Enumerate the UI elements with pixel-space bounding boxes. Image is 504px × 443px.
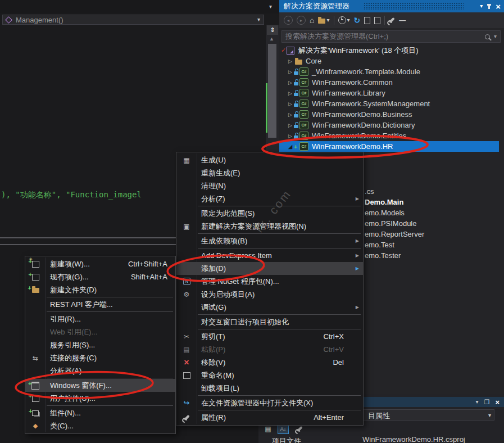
refresh-icon[interactable]: ↻ (354, 16, 361, 24)
collapse-all-icon[interactable]: — (399, 16, 406, 24)
menu-item-label: 生成依赖项(B) (197, 236, 247, 246)
submenu-arrow-icon: ▶ (356, 196, 359, 201)
tree-item-project[interactable]: ▷Core (279, 56, 499, 66)
context-menu-item[interactable]: ✂剪切(T)Ctrl+X (176, 330, 363, 343)
context-menu-item[interactable]: 调试(G)▶ (176, 301, 363, 314)
add-submenu-item[interactable]: 分析器(A) (25, 364, 175, 377)
expand-arrow-icon[interactable]: ▷ (287, 58, 294, 64)
float-window-icon[interactable]: ❐ (484, 399, 490, 405)
context-menu-item[interactable]: ▤粘贴(P)Ctrl+V (176, 343, 363, 356)
editor-navigation-bar[interactable]: Management() ▾ (2, 15, 264, 25)
search-icon[interactable] (485, 34, 490, 39)
expand-arrow-icon[interactable]: ▷ (287, 133, 294, 139)
chevron-down-icon[interactable]: ▾ (488, 413, 491, 418)
scrollbar-thumb[interactable] (268, 44, 276, 138)
context-menu-item[interactable]: ▣新建解决方案资源管理器视图(N) (176, 220, 363, 233)
expand-arrow-icon[interactable]: ▷ (287, 69, 294, 75)
menu-item-label: 设为启动项目(A) (197, 290, 255, 300)
context-menu-item[interactable]: ⚙设为启动项目(A) (176, 288, 363, 301)
tree-item-label: WinFrameworkDemo.Dictionary (312, 121, 415, 129)
property-pages-wrench-icon[interactable] (297, 426, 303, 432)
tree-item-clipped[interactable]: emo.Test (365, 239, 394, 250)
tree-item-clipped[interactable]: emo.ReportServer (365, 229, 424, 239)
tree-item-clipped[interactable]: .cs (365, 186, 374, 197)
expand-arrow-icon[interactable]: ▷ (287, 112, 294, 117)
context-menu-item[interactable]: 限定为此范围(S) (176, 207, 363, 220)
solution-explorer-toolbar: ◄ ► ⌂ ▾ ▾ ↻ — (279, 12, 504, 28)
add-submenu-item[interactable]: ⇆连接的服务(C) (25, 351, 175, 364)
context-menu-item[interactable]: 属性(R)Alt+Enter (176, 411, 363, 424)
add-submenu-item[interactable]: +新建文件夹(D) (25, 283, 175, 296)
tree-item-project[interactable]: ▷C#_Winframework.Template.Module (279, 66, 499, 77)
menu-separator (47, 378, 173, 378)
window-position-chevron-icon[interactable]: ▾ (480, 3, 483, 9)
close-icon[interactable]: × (495, 399, 500, 406)
tab-list-chevron-icon[interactable]: ▾ (269, 4, 272, 10)
tree-item-solution[interactable]: ✓解决方案'WinFramework' (18 个项目) (279, 45, 499, 56)
tree-item-project[interactable]: ▷C#WinFrameworkDemo.Business (279, 109, 499, 120)
nav-back-icon[interactable]: ◄ (284, 16, 293, 25)
expand-arrow-icon[interactable]: ▷ (287, 101, 294, 107)
context-menu-item[interactable]: 生成依赖项(B)▶ (176, 234, 363, 247)
chevron-down-icon[interactable]: ▾ (257, 17, 260, 22)
search-options-chevron-icon[interactable]: ▾ (494, 34, 497, 39)
copy-view-icon[interactable] (374, 17, 380, 24)
csharp-project-icon: C# (299, 89, 308, 97)
tree-item-clipped[interactable]: emo.PSIModule (365, 218, 417, 229)
csharp-project-icon: C# (299, 67, 308, 76)
context-menu-item[interactable]: ↪在文件资源管理器中打开文件夹(X) (176, 396, 363, 409)
add-submenu-item[interactable]: 引用(R)... (25, 313, 175, 326)
context-menu-item[interactable]: 重命名(M) (176, 369, 363, 382)
tree-item-clipped[interactable]: emo.Tester (365, 250, 401, 261)
submenu-arrow-icon: ▶ (356, 305, 359, 310)
context-menu-item[interactable]: 卸载项目(L) (176, 382, 363, 395)
property-row-value[interactable]: WinFrameworkDemo.HR.csproj (362, 435, 465, 443)
properties-wrench-icon[interactable] (389, 17, 395, 24)
context-menu-item[interactable]: 重新生成(E) (176, 166, 363, 179)
close-icon[interactable]: × (496, 2, 501, 11)
add-submenu-item[interactable]: +用户控件(U)... (25, 392, 175, 405)
add-submenu-item[interactable]: +✳新建项(W)...Ctrl+Shift+A (25, 257, 175, 270)
solution-explorer-titlebar[interactable]: 解决方案资源管理器 ▾ × (279, 0, 504, 12)
window-position-chevron-icon[interactable]: ▾ (476, 399, 479, 405)
tree-item-label: WinFrameworkDemo.Business (312, 110, 412, 119)
tree-item-project[interactable]: ▷C#WinFramework.SystemManagement (279, 98, 499, 109)
expand-arrow-icon[interactable]: ▷ (287, 91, 294, 96)
tree-item-project[interactable]: ▷C#WinFramework.Common (279, 77, 499, 88)
tree-item-clipped[interactable]: Demo.Main (365, 197, 403, 207)
solution-search-box[interactable]: 搜索解决方案资源管理器(Ctrl+;) ▾ (281, 30, 501, 43)
expand-arrow-icon[interactable]: ◢ (287, 143, 294, 150)
add-submenu-item[interactable]: ◆类(C)... (25, 419, 175, 432)
context-menu-item[interactable]: N管理 NuGet 程序包(N)... (176, 275, 363, 288)
context-menu-item[interactable]: 对交互窗口进行项目初始化 (176, 315, 363, 328)
expand-arrow-icon[interactable]: ▷ (287, 80, 294, 85)
add-submenu-item[interactable]: +Windows 窗体(F)... (25, 379, 175, 392)
add-submenu-item[interactable]: Web 引用(E)... (25, 326, 175, 338)
editor-split-handle-icon[interactable]: ⇕ (267, 25, 278, 35)
tree-item-project[interactable]: ▷C#WinFrameworkDemo.Dictionary (279, 120, 499, 130)
show-all-files-icon[interactable] (364, 17, 370, 24)
sync-with-active-document-icon[interactable]: ▾ (318, 17, 329, 24)
add-submenu-item[interactable]: +现有项(G)...Shift+Alt+A (25, 270, 175, 283)
tree-item-clipped[interactable]: emo.Models (365, 207, 405, 218)
expand-arrow-icon[interactable]: ▷ (287, 123, 294, 128)
add-submenu-item[interactable]: 服务引用(S)... (25, 338, 175, 351)
add-submenu-item[interactable]: REST API 客户端... (25, 298, 175, 311)
home-icon[interactable]: ⌂ (310, 16, 314, 24)
context-menu-item[interactable]: 添加(D)▶ (176, 262, 363, 275)
context-menu-item[interactable]: 分析(Z)▶ (176, 192, 363, 205)
tree-item-project[interactable]: ▷C#WinFrameworkDemo.Entities (279, 130, 499, 141)
context-menu-item[interactable]: 清理(N) (176, 179, 363, 192)
menu-separator (198, 410, 361, 410)
scroll-up-arrow-icon[interactable]: ▲ (269, 36, 274, 42)
context-menu-item[interactable]: ×移除(V)Del (176, 356, 363, 369)
tree-item-project[interactable]: ◢+C#WinFrameworkDemo.HR (279, 141, 499, 152)
pin-icon[interactable] (488, 4, 490, 9)
context-menu-item[interactable]: Add DevExpress Item▶ (176, 249, 363, 262)
solution-icon (287, 47, 294, 55)
tree-item-project[interactable]: ▷C#WinFramework.Library (279, 88, 499, 98)
pending-changes-filter-icon[interactable]: ▾ (338, 16, 350, 24)
add-submenu-item[interactable]: +组件(N)... (25, 406, 175, 419)
context-menu-item[interactable]: ▦生成(U) (176, 153, 363, 166)
nav-forward-icon[interactable]: ► (297, 16, 306, 25)
